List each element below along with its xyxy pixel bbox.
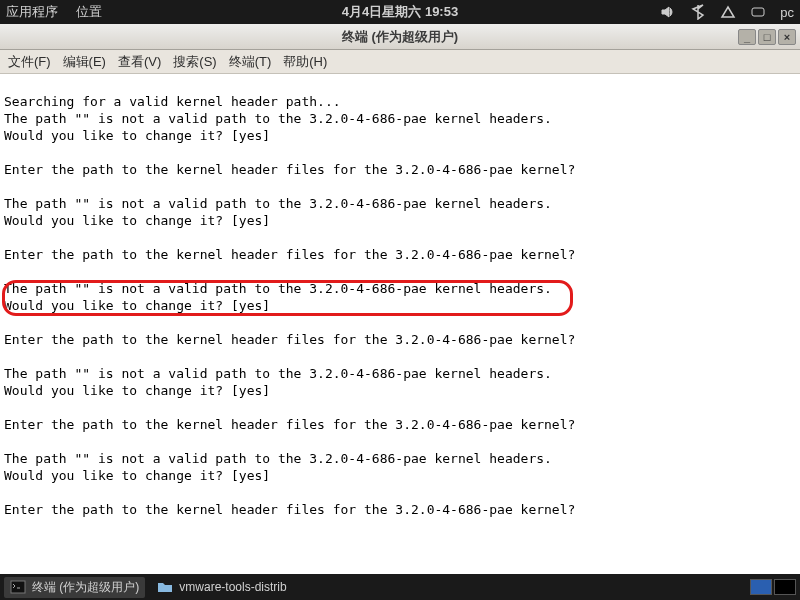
maximize-button[interactable]: □: [758, 29, 776, 45]
volume-icon[interactable]: [660, 4, 676, 20]
terminal-output[interactable]: Searching for a valid kernel header path…: [0, 74, 800, 520]
svg-rect-1: [11, 581, 25, 593]
user-menu[interactable]: pc: [780, 5, 794, 20]
places-menu[interactable]: 位置: [76, 3, 102, 21]
bluetooth-icon[interactable]: [690, 4, 706, 20]
menu-terminal[interactable]: 终端(T): [229, 53, 272, 71]
top-panel: 应用程序 位置 4月4日星期六 19:53 pc: [0, 0, 800, 24]
workspace-1[interactable]: [750, 579, 772, 595]
terminal-viewport[interactable]: Searching for a valid kernel header path…: [0, 74, 800, 574]
menu-search[interactable]: 搜索(S): [173, 53, 216, 71]
menu-view[interactable]: 查看(V): [118, 53, 161, 71]
network-icon[interactable]: [720, 4, 736, 20]
task-files[interactable]: vmware-tools-distrib: [151, 577, 292, 597]
terminal-icon: [10, 579, 26, 595]
folder-icon: [157, 579, 173, 595]
workspace-2[interactable]: [774, 579, 796, 595]
bottom-panel: 终端 (作为超级用户) vmware-tools-distrib: [0, 574, 800, 600]
window-titlebar: 终端 (作为超级用户) _ □ ×: [0, 24, 800, 50]
workspace-switcher[interactable]: [750, 579, 796, 595]
window-title: 终端 (作为超级用户): [342, 28, 458, 46]
menu-help[interactable]: 帮助(H): [283, 53, 327, 71]
task-terminal[interactable]: 终端 (作为超级用户): [4, 577, 145, 598]
applications-menu[interactable]: 应用程序: [6, 3, 58, 21]
task-label: vmware-tools-distrib: [179, 580, 286, 594]
menu-file[interactable]: 文件(F): [8, 53, 51, 71]
close-button[interactable]: ×: [778, 29, 796, 45]
clock[interactable]: 4月4日星期六 19:53: [342, 3, 458, 21]
task-label: 终端 (作为超级用户): [32, 579, 139, 596]
svg-rect-0: [752, 8, 764, 16]
menu-edit[interactable]: 编辑(E): [63, 53, 106, 71]
menubar: 文件(F) 编辑(E) 查看(V) 搜索(S) 终端(T) 帮助(H): [0, 50, 800, 74]
minimize-button[interactable]: _: [738, 29, 756, 45]
message-icon[interactable]: [750, 4, 766, 20]
